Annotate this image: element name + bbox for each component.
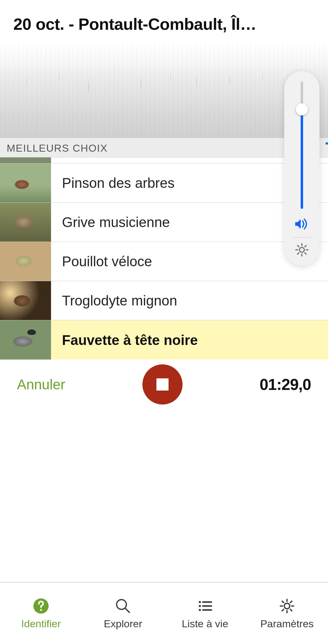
svg-point-19 [284, 603, 290, 609]
bird-thumbnail [0, 157, 51, 163]
gear-icon [278, 597, 296, 615]
spectrogram-area [0, 44, 328, 138]
bird-list: Pinson des arbres Grive musicienne Pouil… [0, 157, 328, 360]
list-icon [196, 597, 214, 615]
svg-line-25 [290, 609, 292, 611]
svg-line-7 [305, 246, 306, 247]
bird-name-label: Pouillot véloce [51, 253, 152, 270]
nav-label: Explorer [104, 618, 142, 630]
svg-line-24 [282, 601, 284, 603]
bird-name-label: Troglodyte mignon [51, 292, 177, 309]
bottom-nav: Identifier Explorer Liste à vie [0, 582, 328, 644]
svg-line-12 [125, 608, 129, 612]
volume-panel [284, 71, 319, 266]
page-title: 20 oct. - Pontault-Combault, Îl… [13, 15, 315, 33]
bird-thumbnail [0, 320, 51, 360]
speaker-icon[interactable] [294, 217, 310, 232]
bird-thumbnail [0, 242, 51, 281]
header: 20 oct. - Pontault-Combault, Îl… [0, 0, 328, 44]
volume-fill [301, 109, 303, 209]
cancel-button[interactable]: Annuler [17, 376, 65, 393]
volume-slider[interactable] [301, 81, 303, 209]
svg-point-0 [299, 247, 304, 252]
divider [292, 237, 312, 238]
search-icon [114, 597, 132, 615]
bird-thumbnail [0, 203, 51, 242]
nav-label: Identifier [21, 618, 61, 630]
svg-point-10 [40, 609, 42, 611]
bird-name-label: Grive musicienne [51, 214, 170, 230]
bird-name-label: Fauvette à tête noire [51, 332, 198, 348]
svg-line-8 [298, 253, 299, 254]
list-item[interactable]: Grive musicienne [0, 203, 328, 242]
spectrogram[interactable] [0, 44, 328, 138]
bird-name-label: Pinson des arbres [51, 175, 175, 191]
bird-thumbnail [0, 281, 51, 320]
recording-controls: Annuler 01:29,0 [0, 360, 328, 409]
list-item[interactable] [0, 157, 328, 164]
svg-line-6 [305, 253, 306, 254]
list-item[interactable]: Pinson des arbres [0, 164, 328, 203]
nav-explore[interactable]: Explorer [82, 583, 164, 644]
nav-life-list[interactable]: Liste à vie [164, 583, 246, 644]
volume-thumb[interactable] [296, 103, 308, 115]
nav-label: Paramètres [260, 618, 314, 630]
svg-point-15 [199, 609, 201, 611]
stop-recording-button[interactable] [142, 364, 183, 405]
list-item[interactable]: Troglodyte mignon [0, 281, 328, 320]
svg-line-5 [298, 246, 299, 247]
svg-point-14 [199, 605, 201, 607]
question-circle-icon [32, 597, 50, 615]
svg-line-27 [282, 609, 284, 611]
list-item[interactable]: Fauvette à tête noire [0, 320, 328, 360]
nav-identify[interactable]: Identifier [0, 583, 82, 644]
list-item[interactable]: Pouillot véloce [0, 242, 328, 281]
gear-icon[interactable] [295, 243, 309, 258]
svg-point-13 [199, 601, 201, 603]
recording-timer: 01:29,0 [260, 375, 311, 394]
nav-label: Liste à vie [182, 618, 228, 630]
bird-thumbnail [0, 164, 51, 202]
nav-settings[interactable]: Paramètres [246, 583, 328, 644]
svg-line-26 [290, 601, 292, 603]
section-header-best-matches: MEILLEURS CHOIX [0, 138, 328, 157]
waveform-progress-dot [326, 142, 328, 145]
